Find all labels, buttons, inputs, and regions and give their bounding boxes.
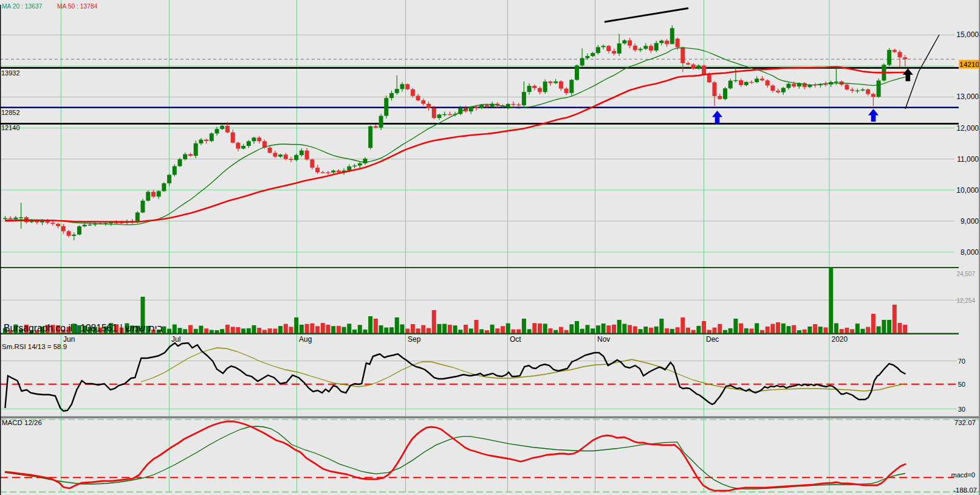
svg-text:Jun: Jun — [63, 335, 75, 344]
svg-text:Sep: Sep — [408, 335, 421, 344]
svg-text:MACD 12/26: MACD 12/26 — [2, 419, 42, 426]
svg-text:Nov: Nov — [597, 335, 610, 344]
svg-text:13932: 13932 — [1, 69, 20, 77]
svg-text:MA 20 : 13637: MA 20 : 13637 — [2, 3, 43, 10]
svg-text:24,507: 24,507 — [956, 271, 975, 277]
svg-text:10,000: 10,000 — [956, 186, 979, 195]
svg-text:macd=0: macd=0 — [951, 471, 975, 479]
svg-text:Aug: Aug — [299, 335, 312, 344]
svg-text:11,000: 11,000 — [957, 155, 979, 164]
svg-text:13,000: 13,000 — [956, 92, 979, 101]
svg-text:Sm.RSI 14/13 = 58.9: Sm.RSI 14/13 = 58.9 — [2, 343, 67, 350]
svg-text:-188.07: -188.07 — [953, 486, 977, 494]
svg-text:30: 30 — [958, 406, 965, 413]
svg-text:Jul: Jul — [171, 335, 180, 344]
svg-text:Oct: Oct — [510, 335, 521, 344]
svg-text:12140: 12140 — [1, 124, 20, 131]
svg-text:70: 70 — [958, 358, 965, 365]
svg-text:Bursagraph.co.il | 1081561 | ב: Bursagraph.co.il | 1081561 | בית שמש — [4, 323, 163, 333]
svg-text:MA 50 : 13784: MA 50 : 13784 — [57, 3, 98, 10]
svg-text:12,254: 12,254 — [956, 297, 975, 304]
svg-text:732.07: 732.07 — [954, 419, 976, 426]
svg-text:50: 50 — [958, 381, 965, 388]
svg-text:8,000: 8,000 — [961, 248, 979, 257]
svg-text:12852: 12852 — [1, 109, 20, 116]
svg-text:Dec: Dec — [706, 335, 719, 344]
svg-text:15,000: 15,000 — [956, 30, 979, 39]
svg-text:2020: 2020 — [832, 335, 848, 344]
svg-text:9,000: 9,000 — [961, 217, 979, 226]
svg-text:14210: 14210 — [959, 60, 979, 69]
svg-text:12,000: 12,000 — [956, 124, 979, 133]
